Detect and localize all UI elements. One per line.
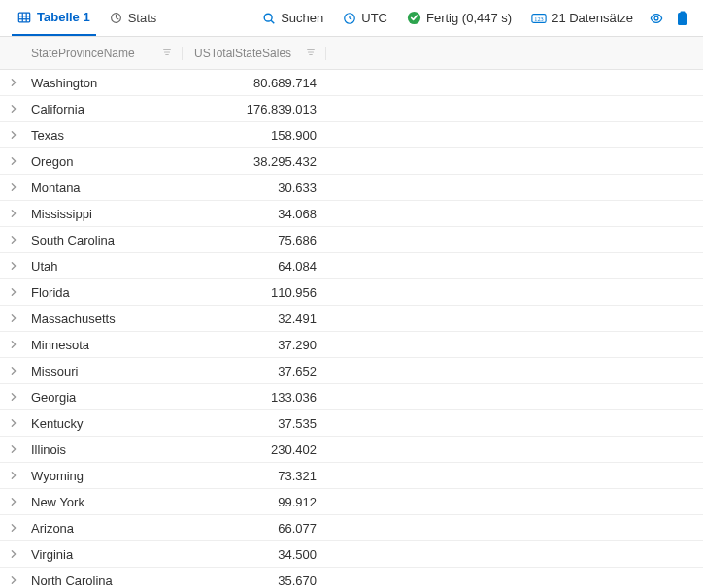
status-label: Fertig (0,447 s): [426, 11, 512, 25]
table-row[interactable]: Oregon38.295.432: [0, 148, 703, 175]
chevron-right-icon[interactable]: [0, 104, 27, 114]
cell-sales: 230.402: [183, 442, 326, 457]
record-count-label: 21 Datensätze: [552, 11, 633, 25]
cell-state: Georgia: [27, 390, 183, 405]
chevron-right-icon[interactable]: [0, 261, 27, 271]
table-row[interactable]: Kentucky37.535: [0, 410, 703, 437]
tab-table-label: Tabelle 1: [37, 10, 90, 24]
cell-state: Texas: [27, 128, 183, 143]
table-row[interactable]: Washington80.689.714: [0, 70, 703, 96]
cell-state: New York: [27, 495, 183, 509]
search-label: Suchen: [281, 11, 323, 25]
table-row[interactable]: Florida110.956: [0, 279, 703, 306]
chevron-right-icon[interactable]: [0, 313, 27, 323]
tab-stats[interactable]: Stats: [104, 0, 163, 36]
chevron-right-icon[interactable]: [0, 418, 27, 428]
cell-sales: 110.956: [183, 285, 326, 300]
cell-sales: 133.036: [183, 390, 326, 405]
table-row[interactable]: Wyoming73.321: [0, 463, 703, 489]
count-icon: 123: [531, 12, 547, 25]
cell-sales: 34.500: [183, 547, 326, 562]
chevron-right-icon[interactable]: [0, 209, 27, 218]
cell-state: Virginia: [27, 547, 183, 562]
table-row[interactable]: South Carolina75.686: [0, 227, 703, 253]
table-row[interactable]: Arizona66.077: [0, 515, 703, 541]
cell-sales: 38.295.432: [183, 154, 326, 169]
chevron-right-icon[interactable]: [0, 182, 27, 192]
sort-icon: [162, 47, 172, 60]
cell-state: Montana: [27, 180, 183, 195]
table-row[interactable]: New York99.912: [0, 489, 703, 515]
table-row[interactable]: Illinois230.402: [0, 437, 703, 463]
column-header-sales[interactable]: USTotalStateSales: [183, 47, 326, 60]
cell-sales: 35.670: [183, 573, 326, 588]
timezone-button[interactable]: UTC: [337, 7, 393, 29]
column-header-state-label: StateProvinceName: [31, 47, 135, 60]
visibility-toggle[interactable]: [647, 8, 666, 29]
chevron-right-icon[interactable]: [0, 497, 27, 506]
svg-rect-0: [18, 13, 29, 22]
chevron-right-icon[interactable]: [0, 392, 27, 402]
table-row[interactable]: Georgia133.036: [0, 384, 703, 410]
clipboard-button[interactable]: [674, 7, 691, 30]
cell-state: Minnesota: [27, 338, 183, 352]
table-row[interactable]: Missouri37.652: [0, 358, 703, 384]
table-row[interactable]: Minnesota37.290: [0, 332, 703, 358]
svg-rect-17: [678, 13, 687, 25]
table-row[interactable]: Virginia34.500: [0, 541, 703, 568]
table-icon: [17, 11, 31, 24]
clock-icon: [343, 12, 356, 25]
chevron-right-icon[interactable]: [0, 366, 27, 376]
chevron-right-icon[interactable]: [0, 471, 27, 480]
svg-line-7: [116, 18, 118, 20]
chevron-right-icon[interactable]: [0, 575, 27, 585]
table-body: Washington80.689.714California176.839.01…: [0, 70, 703, 588]
tab-table[interactable]: Tabelle 1: [12, 0, 96, 36]
svg-line-9: [271, 20, 274, 23]
chevron-right-icon[interactable]: [0, 130, 27, 140]
cell-state: Florida: [27, 285, 183, 300]
record-count: 123 21 Datensätze: [525, 7, 639, 29]
cell-state: Massachusetts: [27, 311, 183, 326]
column-header-state[interactable]: StateProvinceName: [27, 47, 183, 60]
cell-sales: 75.686: [183, 233, 326, 247]
svg-text:123: 123: [534, 15, 543, 21]
table-row[interactable]: Texas158.900: [0, 122, 703, 148]
search-button[interactable]: Suchen: [256, 7, 329, 29]
chevron-right-icon[interactable]: [0, 444, 27, 454]
table-row[interactable]: California176.839.013: [0, 96, 703, 122]
table-row[interactable]: Mississippi34.068: [0, 201, 703, 227]
table-row[interactable]: Utah64.084: [0, 253, 703, 279]
cell-state: North Carolina: [27, 573, 183, 588]
svg-point-8: [264, 14, 272, 21]
cell-state: Kentucky: [27, 416, 183, 431]
table-row[interactable]: Massachusetts32.491: [0, 306, 703, 332]
cell-state: South Carolina: [27, 233, 183, 247]
eye-icon: [649, 12, 664, 25]
column-header-sales-label: USTotalStateSales: [194, 47, 291, 60]
chevron-right-icon[interactable]: [0, 549, 27, 559]
cell-state: California: [27, 102, 183, 116]
chevron-right-icon[interactable]: [0, 156, 27, 166]
chevron-right-icon[interactable]: [0, 340, 27, 349]
cell-sales: 34.068: [183, 207, 326, 221]
sort-icon: [306, 47, 316, 60]
stats-icon: [110, 12, 122, 24]
cell-sales: 158.900: [183, 128, 326, 143]
table-header: StateProvinceName USTotalStateSales: [0, 37, 703, 70]
table-row[interactable]: Montana30.633: [0, 175, 703, 201]
chevron-right-icon[interactable]: [0, 235, 27, 245]
cell-state: Mississippi: [27, 207, 183, 221]
cell-sales: 37.652: [183, 364, 326, 378]
cell-state: Oregon: [27, 154, 183, 169]
cell-sales: 37.535: [183, 416, 326, 431]
svg-line-12: [350, 18, 352, 19]
chevron-right-icon[interactable]: [0, 287, 27, 297]
cell-state: Illinois: [27, 442, 183, 457]
cell-sales: 80.689.714: [183, 76, 326, 90]
cell-sales: 37.290: [183, 338, 326, 352]
chevron-right-icon[interactable]: [0, 523, 27, 533]
chevron-right-icon[interactable]: [0, 78, 27, 87]
cell-sales: 99.912: [183, 495, 326, 509]
table-row[interactable]: North Carolina35.670: [0, 568, 703, 588]
